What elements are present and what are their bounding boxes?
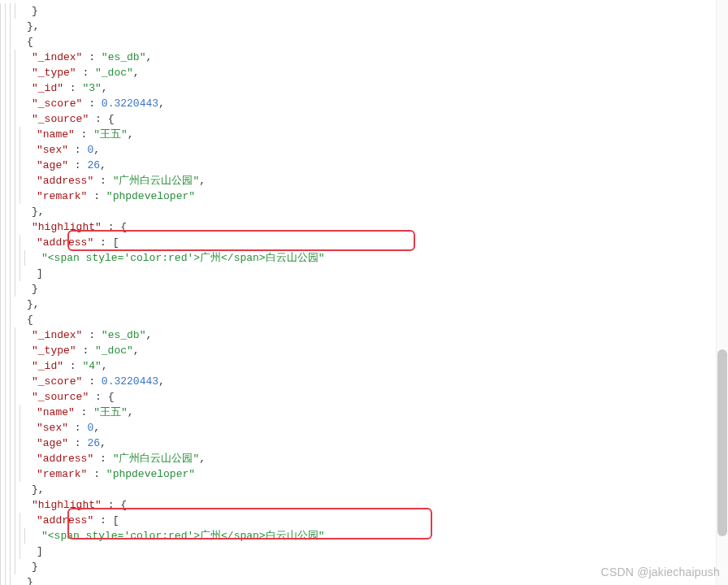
code-line: "_id" : "4",	[0, 358, 728, 374]
code-line: }	[0, 281, 728, 297]
code-line: "address" : "广州白云山公园",	[0, 451, 728, 466]
code-line: "<span style='color:red'>广州</span>白云山公园"	[0, 528, 728, 544]
code-line: "age" : 26,	[0, 158, 728, 173]
scrollbar-thumb[interactable]	[717, 349, 727, 536]
code-line: },	[0, 204, 728, 219]
code-line: "highlight" : {	[0, 497, 728, 513]
code-line: "_score" : 0.3220443,	[0, 96, 728, 111]
code-line: "_score" : 0.3220443,	[0, 374, 728, 389]
code-line: },	[0, 297, 728, 312]
code-line: {	[0, 312, 728, 327]
code-line: }	[0, 3, 728, 19]
code-line: "_type" : "_doc",	[0, 65, 728, 80]
code-line: "sex" : 0,	[0, 420, 728, 436]
code-line: "<span style='color:red'>广州</span>白云山公园"	[0, 250, 728, 266]
code-line: "_source" : {	[0, 389, 728, 405]
code-line: "_type" : "_doc",	[0, 343, 728, 358]
code-line: "sex" : 0,	[0, 142, 728, 158]
code-line: "address" : [	[0, 513, 728, 528]
code-line: "address" : [	[0, 235, 728, 250]
code-line: ]	[0, 266, 728, 281]
code-line: "_source" : {	[0, 111, 728, 127]
code-viewport: }},{"_index" : "es_db","_type" : "_doc",…	[0, 0, 728, 585]
code-line: "age" : 26,	[0, 436, 728, 451]
code-line: "address" : "广州白云山公园",	[0, 173, 728, 188]
code-line: "_index" : "es_db",	[0, 50, 728, 65]
code-line: {	[0, 34, 728, 50]
code-line: },	[0, 482, 728, 497]
json-code-area: }},{"_index" : "es_db","_type" : "_doc",…	[0, 0, 728, 585]
code-line: "highlight" : {	[0, 219, 728, 235]
code-line: "_index" : "es_db",	[0, 327, 728, 343]
code-line: "remark" : "phpdeveloper"	[0, 466, 728, 482]
code-line: ]	[0, 544, 728, 559]
code-line: "name" : "王五",	[0, 127, 728, 142]
code-line: "name" : "王五",	[0, 405, 728, 420]
code-line: },	[0, 19, 728, 34]
watermark: CSDN @jakiechaipush	[601, 565, 720, 580]
code-line: "remark" : "phpdeveloper"	[0, 188, 728, 204]
vertical-scrollbar[interactable]	[716, 0, 728, 585]
code-line: "_id" : "3",	[0, 80, 728, 96]
